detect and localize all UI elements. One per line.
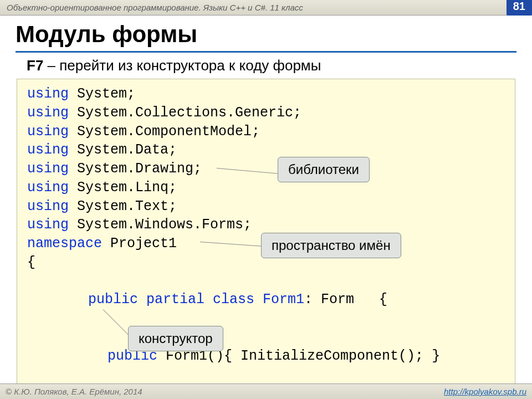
code-text: System; [77,86,135,102]
code-line: using System.Text; [27,197,505,216]
code-text: System.Linq; [77,180,177,196]
slide: Объектно-ориентированное программировани… [0,0,532,399]
code-text: System.Data; [77,142,177,158]
keyword: using [27,86,77,102]
callout-ns: пространство имён [261,233,401,258]
code-line: using System.Drawing; [27,160,505,178]
title-underline [16,51,516,53]
footer-bar: © К.Ю. Поляков, Е.А. Ерёмин, 2014 http:/… [0,383,532,399]
code-line: using System.Windows.Forms; [27,216,505,234]
class-decl-line: public partial class Form1: Form { [27,272,505,328]
code-text: { [27,254,35,270]
code-line: using System.ComponentModel; [27,122,505,141]
callout-ctor: конструктор [128,326,223,351]
code-line: using System; [27,85,505,104]
kw-class: public partial class [88,291,263,308]
code-text: System.Windows.Forms; [77,217,252,233]
copyright: © К.Ю. Поляков, Е.А. Ерёмин, 2014 [6,387,142,396]
code-text: System.Text; [77,198,177,214]
code-line: using System.Linq; [27,178,505,197]
class-name: Form1 [263,291,304,308]
keyword: using [27,180,77,196]
footer-url[interactable]: http://kpolyakov.spb.ru [444,387,526,396]
class-rest: : Form { [304,291,387,308]
keyword: using [27,124,77,140]
chapter-label: Объектно-ориентированное программировани… [7,3,303,12]
keyword: namespace [27,236,110,252]
shortcut-key: F7 [27,57,43,74]
keyword: using [27,161,77,177]
ctor-line: public Form1(){ InitializeComponent(); } [27,328,505,384]
keyword: using [27,105,77,121]
keyword: using [27,217,77,233]
keyword: using [27,198,77,214]
header-bar: Объектно-ориентированное программировани… [0,0,532,16]
callout-libs: библиотеки [278,157,370,182]
page-number: 81 [507,0,532,16]
slide-title: Модуль формы [0,16,532,49]
subtitle-text: – перейти из конструктора к коду формы [43,57,321,74]
keyword: using [27,142,77,158]
code-line: using System.Data; [27,141,505,160]
code-text: System.Drawing; [77,161,202,177]
code-text: Project1 [110,236,177,252]
code-box: using System;using System.Collections.Ge… [17,79,515,399]
code-text: System.Collections.Generic; [77,105,301,121]
code-line: using System.Collections.Generic; [27,104,505,122]
subtitle: F7 – перейти из конструктора к коду форм… [0,57,532,78]
code-text: System.ComponentModel; [77,124,260,140]
